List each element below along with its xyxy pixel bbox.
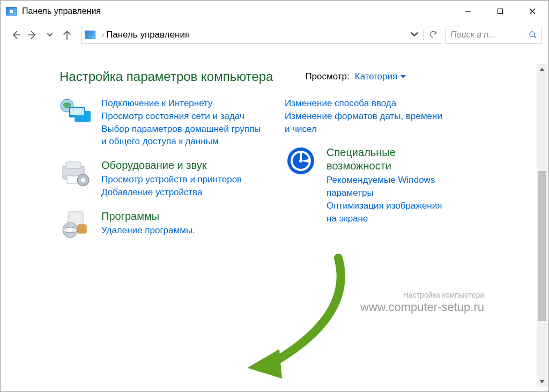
category-body: Оборудование и звук Просмотр устройств и… [101,159,263,199]
chevron-down-icon [400,74,406,79]
column-right: Изменение способа ввода Изменение формат… [285,97,446,253]
category-body: Программы Удаление программы. [101,210,263,242]
watermark-url: www.computer-setup.ru [360,300,484,315]
link-uninstall-program[interactable]: Удаление программы. [101,224,263,237]
column-left: Подключение к Интернету Просмотр состоян… [60,97,263,253]
link-optimize-display[interactable]: Оптимизация изображения на экране [327,199,446,225]
link-input-method[interactable]: Изменение способа ввода [285,97,446,110]
printer-icon [60,159,92,191]
network-icon [60,97,92,129]
svg-point-7 [530,32,535,36]
category-region-links: Изменение способа ввода Изменение формат… [285,97,446,135]
link-devices-printers[interactable]: Просмотр устройств и принтеров [101,173,263,186]
back-button[interactable] [7,26,24,43]
forward-button[interactable] [24,26,41,43]
view-by-value: Категория [355,71,397,82]
watermark-caption: Настройка компьютера [360,290,484,300]
category-network: Подключение к Интернету Просмотр состоян… [60,97,263,148]
svg-rect-23 [78,225,86,233]
up-button[interactable] [58,26,76,43]
heading-row: Настройка параметров компьютера Просмотр… [60,69,532,84]
svg-rect-1 [498,9,503,14]
history-dropdown[interactable] [41,26,58,43]
category-title-hardware[interactable]: Оборудование и звук [101,159,263,172]
ease-of-access-icon [285,146,317,178]
chevron-right-icon: › [102,31,104,39]
svg-marker-31 [540,380,544,383]
scroll-up-button[interactable] [537,64,547,75]
view-by-label: Просмотр: [305,71,349,82]
category-programs: Программы Удаление программы. [60,210,263,242]
scroll-thumb[interactable] [538,171,546,321]
control-panel-icon [85,31,95,39]
svg-marker-9 [400,75,406,78]
refresh-button[interactable] [423,30,437,40]
address-bar[interactable]: › Панель управления [81,26,441,44]
link-date-formats[interactable]: Изменение форматов даты, времени и чисел [285,110,446,136]
search-input[interactable]: Поиск в п... [446,26,542,44]
link-add-device[interactable]: Добавление устройства [101,186,263,199]
minimize-button[interactable] [452,1,484,22]
svg-rect-13 [70,108,84,115]
view-by-dropdown[interactable]: Категория [355,71,406,82]
category-body: Специальные возможности Рекомендуемые Wi… [327,146,446,225]
content-area: Настройка параметров компьютера Просмотр… [1,60,548,391]
svg-rect-15 [66,162,81,168]
search-placeholder: Поиск в п... [450,30,529,40]
category-ease-of-access: Специальные возможности Рекомендуемые Wi… [285,146,446,225]
category-body: Подключение к Интернету Просмотр состоян… [101,97,263,148]
maximize-button[interactable] [484,1,516,22]
nav-toolbar: › Панель управления Поиск в п... [1,22,548,48]
svg-marker-30 [540,68,544,71]
svg-line-8 [534,36,536,38]
link-connect[interactable]: Подключение к Интернету [101,97,263,110]
categories: Подключение к Интернету Просмотр состоян… [60,97,532,253]
programs-icon [60,210,92,242]
category-title-programs[interactable]: Программы [101,210,263,223]
link-homegroup[interactable]: Выбор параметров домашней группы и общег… [101,123,263,149]
watermark: Настройка компьютера www.computer-setup.… [360,290,484,315]
close-button[interactable] [516,1,548,22]
page-heading: Настройка параметров компьютера [60,69,273,84]
scroll-down-button[interactable] [537,376,547,387]
scroll-track[interactable] [537,75,547,376]
window-title: Панель управления [22,6,101,16]
category-body: Изменение способа ввода Изменение формат… [285,97,446,135]
svg-point-29 [299,159,302,162]
svg-point-22 [68,228,72,232]
category-title-ease[interactable]: Специальные возможности [327,146,446,173]
vertical-scrollbar[interactable] [537,64,547,387]
link-network-status[interactable]: Просмотр состояния сети и задач [101,110,263,123]
search-icon [529,31,537,39]
link-recommended[interactable]: Рекомендуемые Windows параметры [327,174,446,199]
svg-point-18 [81,178,85,182]
address-dropdown[interactable] [410,30,419,40]
breadcrumb[interactable]: Панель управления [106,29,190,40]
titlebar: Панель управления [1,1,548,22]
category-hardware: Оборудование и звук Просмотр устройств и… [60,159,263,199]
control-panel-icon [6,7,17,16]
